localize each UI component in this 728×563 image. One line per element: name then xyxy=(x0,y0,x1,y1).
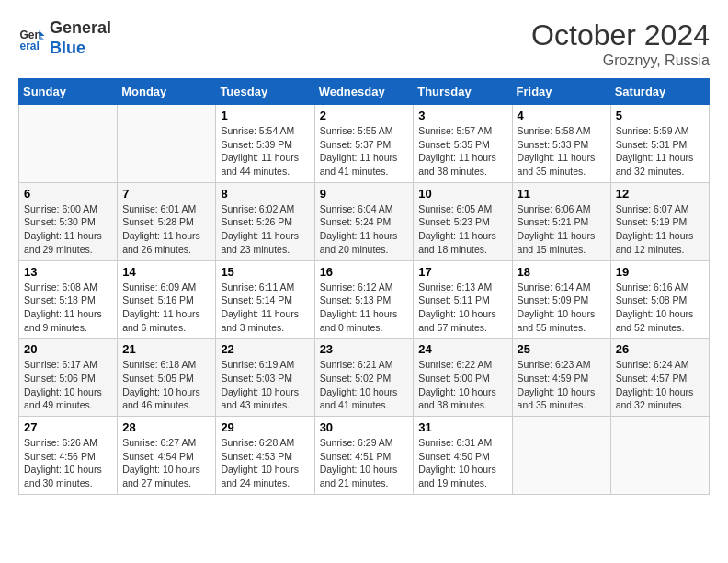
calendar-cell: 1Sunrise: 5:54 AMSunset: 5:39 PMDaylight… xyxy=(216,105,314,183)
calendar-cell: 15Sunrise: 6:11 AMSunset: 5:14 PMDayligh… xyxy=(216,260,314,339)
calendar-cell: 7Sunrise: 6:01 AMSunset: 5:28 PMDaylight… xyxy=(118,182,216,260)
page-header: Gen eral GeneralBlue October 2024 Grozny… xyxy=(18,18,710,69)
day-number: 26 xyxy=(616,342,704,356)
calendar-cell: 24Sunrise: 6:22 AMSunset: 5:00 PMDayligh… xyxy=(414,339,512,417)
day-number: 3 xyxy=(418,109,506,122)
day-detail: Sunrise: 5:58 AMSunset: 5:33 PMDaylight:… xyxy=(518,124,606,178)
weekday-header: Saturday xyxy=(610,79,709,105)
day-number: 21 xyxy=(122,342,210,356)
day-number: 16 xyxy=(320,265,409,279)
day-detail: Sunrise: 5:54 AMSunset: 5:39 PMDaylight:… xyxy=(221,124,309,178)
day-number: 17 xyxy=(418,265,506,279)
day-number: 13 xyxy=(24,265,112,279)
calendar-cell: 29Sunrise: 6:28 AMSunset: 4:53 PMDayligh… xyxy=(216,417,314,495)
calendar-cell: 9Sunrise: 6:04 AMSunset: 5:24 PMDaylight… xyxy=(314,182,414,260)
day-number: 20 xyxy=(24,342,112,356)
calendar-cell: 10Sunrise: 6:05 AMSunset: 5:23 PMDayligh… xyxy=(414,182,512,260)
day-detail: Sunrise: 6:06 AMSunset: 5:21 PMDaylight:… xyxy=(518,202,606,257)
day-number: 11 xyxy=(518,187,606,201)
calendar-week-row: 27Sunrise: 6:26 AMSunset: 4:56 PMDayligh… xyxy=(19,417,710,495)
day-number: 1 xyxy=(221,109,309,122)
day-detail: Sunrise: 6:22 AMSunset: 5:00 PMDaylight:… xyxy=(418,358,506,412)
day-detail: Sunrise: 6:07 AMSunset: 5:19 PMDaylight:… xyxy=(616,202,704,257)
day-detail: Sunrise: 6:05 AMSunset: 5:23 PMDaylight:… xyxy=(418,202,506,257)
weekday-header: Thursday xyxy=(414,79,512,105)
calendar-cell: 12Sunrise: 6:07 AMSunset: 5:19 PMDayligh… xyxy=(610,182,709,260)
calendar-cell: 20Sunrise: 6:17 AMSunset: 5:06 PMDayligh… xyxy=(19,339,118,417)
day-detail: Sunrise: 6:04 AMSunset: 5:24 PMDaylight:… xyxy=(320,202,409,257)
day-number: 7 xyxy=(122,187,210,201)
logo-icon: Gen eral xyxy=(18,25,46,52)
day-detail: Sunrise: 5:57 AMSunset: 5:35 PMDaylight:… xyxy=(418,124,506,178)
logo-text: GeneralBlue xyxy=(50,18,111,58)
day-detail: Sunrise: 6:17 AMSunset: 5:06 PMDaylight:… xyxy=(24,358,112,412)
day-number: 27 xyxy=(24,420,112,434)
calendar-cell: 18Sunrise: 6:14 AMSunset: 5:09 PMDayligh… xyxy=(512,260,610,339)
day-detail: Sunrise: 6:11 AMSunset: 5:14 PMDaylight:… xyxy=(221,281,309,335)
calendar-cell: 23Sunrise: 6:21 AMSunset: 5:02 PMDayligh… xyxy=(314,339,414,417)
calendar-cell: 25Sunrise: 6:23 AMSunset: 4:59 PMDayligh… xyxy=(512,339,610,417)
day-number: 15 xyxy=(221,265,309,279)
day-detail: Sunrise: 6:13 AMSunset: 5:11 PMDaylight:… xyxy=(418,281,506,335)
day-number: 18 xyxy=(518,265,606,279)
header-row: SundayMondayTuesdayWednesdayThursdayFrid… xyxy=(19,79,710,105)
day-detail: Sunrise: 6:21 AMSunset: 5:02 PMDaylight:… xyxy=(320,358,409,412)
calendar-cell xyxy=(512,417,610,495)
day-detail: Sunrise: 6:31 AMSunset: 4:50 PMDaylight:… xyxy=(418,436,506,490)
day-number: 28 xyxy=(122,420,210,434)
calendar-cell: 4Sunrise: 5:58 AMSunset: 5:33 PMDaylight… xyxy=(512,105,610,183)
calendar-table: SundayMondayTuesdayWednesdayThursdayFrid… xyxy=(18,78,710,495)
day-detail: Sunrise: 6:12 AMSunset: 5:13 PMDaylight:… xyxy=(320,281,409,335)
calendar-cell: 16Sunrise: 6:12 AMSunset: 5:13 PMDayligh… xyxy=(314,260,414,339)
calendar-week-row: 1Sunrise: 5:54 AMSunset: 5:39 PMDaylight… xyxy=(19,105,710,183)
day-detail: Sunrise: 6:08 AMSunset: 5:18 PMDaylight:… xyxy=(24,281,112,335)
day-detail: Sunrise: 6:01 AMSunset: 5:28 PMDaylight:… xyxy=(122,202,210,257)
day-number: 9 xyxy=(320,187,409,201)
day-detail: Sunrise: 5:59 AMSunset: 5:31 PMDaylight:… xyxy=(616,124,704,178)
day-number: 31 xyxy=(418,420,506,434)
day-detail: Sunrise: 6:16 AMSunset: 5:08 PMDaylight:… xyxy=(616,281,704,335)
weekday-header: Friday xyxy=(512,79,610,105)
month-title: October 2024 xyxy=(531,18,710,52)
calendar-cell: 26Sunrise: 6:24 AMSunset: 4:57 PMDayligh… xyxy=(610,339,709,417)
calendar-cell: 19Sunrise: 6:16 AMSunset: 5:08 PMDayligh… xyxy=(610,260,709,339)
day-number: 2 xyxy=(320,109,409,122)
calendar-cell: 30Sunrise: 6:29 AMSunset: 4:51 PMDayligh… xyxy=(314,417,414,495)
day-detail: Sunrise: 6:28 AMSunset: 4:53 PMDaylight:… xyxy=(221,436,309,490)
day-detail: Sunrise: 6:09 AMSunset: 5:16 PMDaylight:… xyxy=(122,281,210,335)
day-detail: Sunrise: 6:00 AMSunset: 5:30 PMDaylight:… xyxy=(24,202,112,257)
calendar-cell: 2Sunrise: 5:55 AMSunset: 5:37 PMDaylight… xyxy=(314,105,414,183)
day-number: 19 xyxy=(616,265,704,279)
day-detail: Sunrise: 5:55 AMSunset: 5:37 PMDaylight:… xyxy=(320,124,409,178)
day-detail: Sunrise: 6:24 AMSunset: 4:57 PMDaylight:… xyxy=(616,358,704,412)
day-number: 29 xyxy=(221,420,309,434)
logo: Gen eral GeneralBlue xyxy=(18,18,111,58)
svg-text:eral: eral xyxy=(20,40,40,52)
day-number: 30 xyxy=(320,420,409,434)
calendar-cell: 21Sunrise: 6:18 AMSunset: 5:05 PMDayligh… xyxy=(118,339,216,417)
calendar-cell: 17Sunrise: 6:13 AMSunset: 5:11 PMDayligh… xyxy=(414,260,512,339)
day-detail: Sunrise: 6:14 AMSunset: 5:09 PMDaylight:… xyxy=(518,281,606,335)
day-detail: Sunrise: 6:29 AMSunset: 4:51 PMDaylight:… xyxy=(320,436,409,490)
day-number: 10 xyxy=(418,187,506,201)
calendar-cell xyxy=(610,417,709,495)
day-detail: Sunrise: 6:23 AMSunset: 4:59 PMDaylight:… xyxy=(518,358,606,412)
day-number: 14 xyxy=(122,265,210,279)
title-block: October 2024 Groznyy, Russia xyxy=(531,18,710,69)
weekday-header: Tuesday xyxy=(216,79,314,105)
day-number: 12 xyxy=(616,187,704,201)
calendar-cell: 28Sunrise: 6:27 AMSunset: 4:54 PMDayligh… xyxy=(118,417,216,495)
calendar-cell: 5Sunrise: 5:59 AMSunset: 5:31 PMDaylight… xyxy=(610,105,709,183)
day-number: 6 xyxy=(24,187,112,201)
day-number: 25 xyxy=(518,342,606,356)
day-number: 24 xyxy=(418,342,506,356)
weekday-header: Sunday xyxy=(19,79,118,105)
calendar-cell: 3Sunrise: 5:57 AMSunset: 5:35 PMDaylight… xyxy=(414,105,512,183)
day-detail: Sunrise: 6:26 AMSunset: 4:56 PMDaylight:… xyxy=(24,436,112,490)
day-detail: Sunrise: 6:27 AMSunset: 4:54 PMDaylight:… xyxy=(122,436,210,490)
calendar-cell: 14Sunrise: 6:09 AMSunset: 5:16 PMDayligh… xyxy=(118,260,216,339)
calendar-week-row: 13Sunrise: 6:08 AMSunset: 5:18 PMDayligh… xyxy=(19,260,710,339)
calendar-cell xyxy=(19,105,118,183)
day-number: 22 xyxy=(221,342,309,356)
calendar-cell: 22Sunrise: 6:19 AMSunset: 5:03 PMDayligh… xyxy=(216,339,314,417)
